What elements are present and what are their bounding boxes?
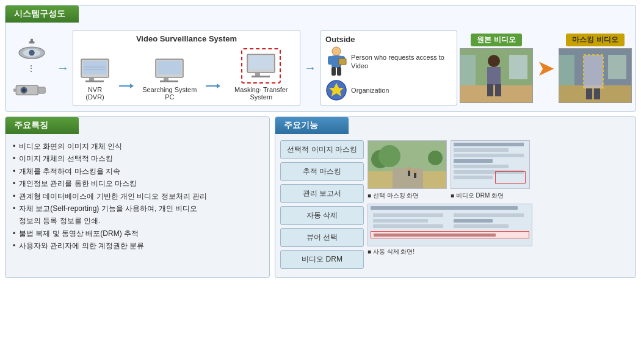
svg-rect-25 — [249, 56, 273, 70]
org-label: Organization — [351, 86, 389, 95]
svg-rect-40 — [460, 55, 476, 85]
functions-content: 선택적 이미지 마스킹 추적 마스킹 관리 보고서 자동 삭제 뷰어 선택 비디… — [275, 137, 636, 273]
svg-point-7 — [23, 88, 26, 91]
masked-video-label: 마스킹 비디오 — [566, 34, 624, 46]
func-btn-tracking-masking[interactable]: 추적 마스킹 — [280, 162, 364, 181]
system-diagram-box: 시스템구성도 ⋮ — [5, 5, 636, 112]
svg-point-60 — [407, 167, 411, 171]
original-video-label: 원본 비디오 — [471, 34, 521, 46]
cameras-column: ⋮ — [10, 37, 53, 100]
feature-item-1: 비디오 화면의 이미지 개체 인식 — [13, 140, 262, 152]
masked-video-box: 마스킹 비디오 — [559, 34, 632, 103]
svg-rect-52 — [594, 88, 600, 99]
bottom-section: 주요특징 비디오 화면의 이미지 개체 인식 이미지 개체의 선택적 마스킹 개… — [5, 116, 636, 278]
svg-rect-48 — [559, 55, 574, 85]
selective-masking-screenshot-label: ■ 선택 마스킹 화면 — [368, 191, 447, 200]
searching-to-masking-arrow — [206, 81, 220, 91]
functions-box: 주요기능 선택적 이미지 마스킹 추적 마스킹 관리 보고서 자동 삭제 뷰어 … — [275, 116, 636, 278]
searching-item: Searching System PC — [141, 56, 198, 101]
data-form-screenshot — [451, 140, 530, 189]
top-section: 시스템구성도 ⋮ — [5, 5, 636, 112]
func-btn-video-drm[interactable]: 비디오 DRM — [280, 250, 364, 269]
police-icon — [325, 79, 347, 101]
nvr-label: NVR (DVR) — [78, 86, 112, 101]
org-item: Organization — [325, 79, 452, 101]
functions-header: 주요기능 — [275, 117, 349, 134]
feature-item-6: 자체 보고(Self-reporting) 기능을 사용하여, 개인 비디오정보… — [13, 202, 262, 227]
person-icon — [325, 48, 347, 76]
func-btn-management-report[interactable]: 관리 보고서 — [280, 184, 364, 203]
func-btn-selective-masking[interactable]: 선택적 이미지 마스킹 — [280, 140, 364, 159]
svg-rect-8 — [38, 87, 45, 93]
svg-point-41 — [488, 55, 500, 67]
svg-point-28 — [332, 47, 341, 55]
svg-point-57 — [428, 151, 443, 165]
svg-rect-61 — [414, 173, 416, 178]
screenshots-area: ■ 선택 마스킹 화면 ■ 비디오 DRM 화면 — [368, 140, 631, 269]
features-box: 주요특징 비디오 화면의 이미지 개체 인식 이미지 개체의 선택적 마스킹 개… — [5, 116, 270, 278]
features-header: 주요특징 — [5, 117, 79, 134]
video-transition-arrow: ➤ — [537, 57, 555, 79]
surveillance-items: NVR (DVR) — [78, 48, 295, 101]
svg-point-62 — [413, 170, 417, 173]
svg-rect-19 — [158, 61, 181, 74]
svg-rect-3 — [31, 38, 33, 42]
feature-item-5: 관계형 데이터베이스에 기반한 개인 비디오 정보처리 관리 — [13, 190, 262, 202]
svg-rect-44 — [495, 84, 501, 96]
person-label: Person who requests access to Video — [351, 53, 452, 71]
svg-rect-33 — [337, 67, 341, 76]
original-video-box: 원본 비디오 — [460, 34, 533, 103]
outdoor-screenshot-item — [368, 140, 447, 189]
svg-rect-21 — [160, 80, 178, 82]
features-list: 비디오 화면의 이미지 개체 인식 이미지 개체의 선택적 마스킹 개체를 추적… — [5, 135, 269, 257]
svg-rect-49 — [584, 55, 603, 88]
box-camera-icon — [13, 77, 50, 100]
svg-rect-32 — [331, 67, 336, 76]
video-preview-area: 원본 비디오 — [460, 34, 631, 103]
outside-title: Outside — [325, 35, 452, 44]
svg-marker-23 — [217, 84, 220, 88]
video-drm-screenshot-label: ■ 비디오 DRM 화면 — [451, 191, 530, 200]
svg-point-4 — [29, 49, 35, 55]
feature-item-2: 이미지 개체의 선택적 마스킹 — [13, 152, 262, 165]
masking-label: Masking· Transfer System — [228, 86, 295, 101]
func-btn-viewer-select[interactable]: 뷰어 선택 — [280, 228, 364, 247]
searching-pc-icon — [153, 56, 186, 84]
auto-delete-screenshot — [368, 204, 532, 246]
surveillance-to-outside-arrow: → — [303, 61, 317, 75]
nvr-item: NVR (DVR) — [78, 56, 112, 101]
nvr-icon — [78, 56, 112, 84]
svg-rect-59 — [408, 170, 410, 176]
original-video-image — [460, 48, 533, 103]
svg-rect-11 — [83, 61, 107, 74]
system-diagram-header: 시스템구성도 — [5, 5, 79, 23]
svg-rect-39 — [509, 55, 527, 79]
surveillance-box: Video Surveillance System — [73, 30, 300, 106]
nvr-to-searching-arrow — [119, 81, 134, 91]
feature-item-7: 불법 복제 및 동영상 배포(DRM) 추적 — [13, 227, 262, 240]
data-form-screenshot-item — [451, 140, 530, 189]
camera-dots: ⋮ — [27, 63, 37, 73]
svg-marker-17 — [130, 84, 134, 88]
auto-delete-screenshot-label: ■ 사동 삭제 화면! — [368, 248, 631, 256]
masked-video-image — [559, 48, 632, 103]
svg-point-56 — [378, 145, 400, 167]
diagram-content: ⋮ → Video Surveillance System — [5, 24, 636, 111]
main-container: 시스템구성도 ⋮ — [0, 0, 641, 283]
svg-rect-27 — [252, 76, 270, 77]
svg-rect-47 — [608, 55, 626, 79]
svg-rect-43 — [487, 84, 493, 96]
outdoor-screenshot — [368, 140, 447, 189]
feature-item-8: 사용자와 관리자에 의한 계정권한 분류 — [13, 240, 262, 252]
screenshots-top-row — [368, 140, 631, 189]
dome-camera-icon — [13, 37, 50, 60]
person-item: Person who requests access to Video — [325, 48, 452, 76]
function-buttons-list: 선택적 이미지 마스킹 추적 마스킹 관리 보고서 자동 삭제 뷰어 선택 비디… — [280, 140, 364, 269]
outside-items: Person who requests access to Video Orga… — [325, 48, 452, 101]
searching-label: Searching System PC — [141, 86, 198, 101]
form-highlight-box — [495, 171, 526, 184]
screenshots-bottom: ■ 사동 삭제 화면! — [368, 204, 631, 256]
feature-item-3: 개체를 추적하여 마스킹을 지속 — [13, 165, 262, 177]
masking-item: Masking· Transfer System — [228, 48, 295, 101]
func-btn-auto-delete[interactable]: 자동 삭제 — [280, 206, 364, 225]
